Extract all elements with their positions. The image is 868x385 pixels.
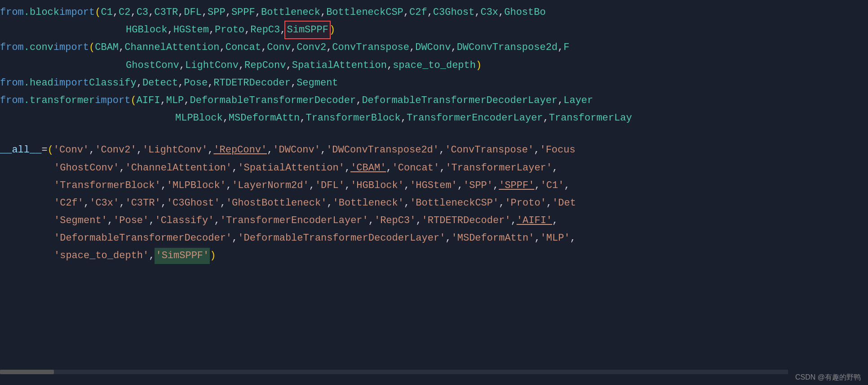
aifi-string: 'AIFI' — [517, 213, 552, 228]
code-line-all-1: __all__ = ('Conv', 'Conv2', 'LightConv',… — [0, 141, 868, 159]
keyword-from-1: from — [0, 4, 24, 20]
repconv-string: 'RepConv' — [213, 142, 267, 158]
watermark: CSDN @有趣的野鸭 — [788, 370, 868, 385]
paren-open-1: ( — [95, 4, 101, 20]
scrollbar-area[interactable] — [0, 370, 868, 374]
simsppf-highlight-1: SimSPPF — [286, 22, 329, 38]
code-line-3: from .conv import (CBAM, ChannelAttentio… — [0, 39, 868, 56]
keyword-import-2: import — [53, 40, 89, 55]
code-line-all-2: 'GhostConv', 'ChannelAttention', 'Spatia… — [0, 159, 868, 177]
all-variable: __all__ — [0, 142, 41, 158]
module-conv: .conv — [24, 40, 53, 55]
keyword-import-4: import — [95, 93, 130, 108]
keyword-from-4: from — [0, 93, 24, 108]
sppf-string: 'SPPF' — [499, 178, 534, 193]
keyword-from-2: from — [0, 40, 24, 55]
code-line-all-6: 'DeformableTransformerDecoder', 'Deforma… — [0, 229, 868, 247]
code-line-7: MLPBlock, MSDeformAttn, TransformerBlock… — [0, 109, 868, 127]
code-line-2: HGBlock, HGStem, Proto, RepC3, SimSPPF) — [0, 21, 868, 39]
code-line-all-5: 'Segment', 'Pose', 'Classify', 'Transfor… — [0, 212, 868, 229]
module-head: .head — [24, 75, 53, 91]
module-transformer: .transformer — [24, 93, 95, 108]
keyword-import-3: import — [53, 75, 89, 91]
code-line-all-7: 'space_to_depth', 'SimSPPF') — [0, 247, 868, 264]
code-line-4: GhostConv, LightConv, RepConv, SpatialAt… — [0, 57, 868, 74]
keyword-import-1: import — [59, 4, 95, 20]
cbam-string: 'CBAM' — [350, 160, 386, 176]
scrollbar-thumb[interactable] — [0, 370, 54, 374]
code-line-all-4: 'C2f', 'C3x', 'C3TR', 'C3Ghost', 'GhostB… — [0, 194, 868, 212]
code-line-6: from .transformer import (AIFI, MLP, Def… — [0, 92, 868, 109]
empty-line — [0, 127, 868, 141]
code-line-1: from .block import (C1, C2, C3, C3TR, DF… — [0, 4, 868, 21]
code-line-all-3: 'TransformerBlock', 'MLPBlock', 'LayerNo… — [0, 177, 868, 194]
code-line-5: from .head import Classify, Detect, Pose… — [0, 74, 868, 92]
code-editor: from .block import (C1, C2, C3, C3TR, DF… — [0, 0, 868, 265]
keyword-from-3: from — [0, 75, 24, 91]
module-block: .block — [24, 4, 59, 20]
simsppf-highlight-2: 'SimSPPF' — [155, 248, 210, 264]
